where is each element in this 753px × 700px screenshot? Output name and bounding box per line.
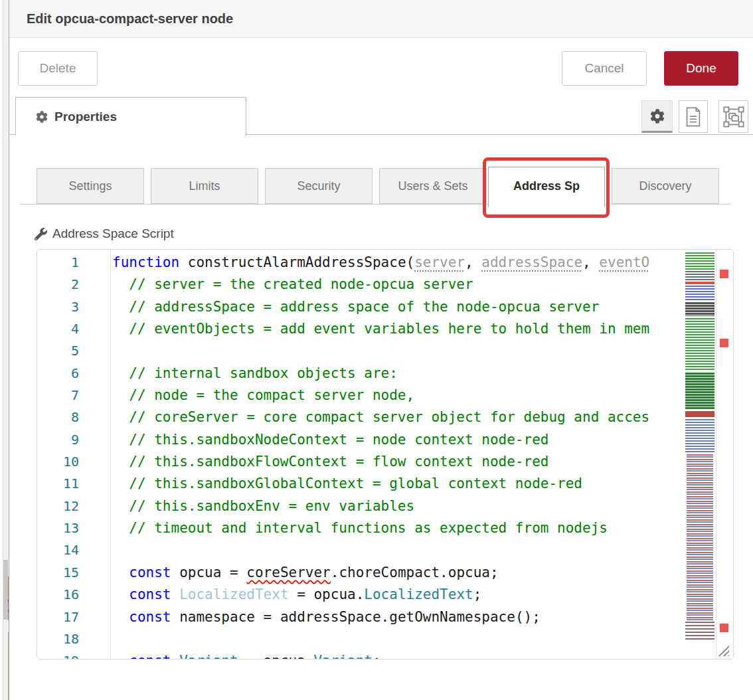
line-number[interactable]: 2	[37, 274, 110, 296]
node-description-button[interactable]	[679, 100, 708, 133]
cancel-button[interactable]: Cancel	[562, 51, 647, 86]
code-line[interactable]: // timeout and interval functions as exp…	[112, 517, 684, 539]
line-number[interactable]: 12	[37, 495, 110, 517]
code-line[interactable]: // eventObjects = add event variables he…	[112, 318, 684, 340]
code-token: = opcua.	[289, 586, 365, 602]
code-token: opcua =	[171, 565, 247, 580]
code-token: Variant	[313, 653, 373, 659]
code-token: coreServer	[246, 565, 330, 580]
code-token: // this.sandboxNodeContext = node contex…	[112, 432, 548, 448]
tab-security[interactable]: Security	[265, 168, 373, 204]
code-token: ,	[465, 254, 481, 270]
code-line[interactable]: // server = the created node-opcua serve…	[112, 274, 684, 296]
code-token: namespace = addressSpace.getOwnNamespace…	[171, 609, 541, 625]
code-token: // addressSpace = address space of the n…	[112, 299, 599, 315]
error-marker	[720, 270, 728, 278]
code-line[interactable]: // this.sandboxGlobalContext = global co…	[112, 473, 684, 495]
code-token: Variant	[171, 653, 238, 659]
gear-icon	[36, 111, 48, 123]
tab-address-space[interactable]: Address Sp	[488, 167, 605, 207]
line-number[interactable]: 15	[37, 562, 110, 584]
edit-node-dialog: Edit opcua-compact-server node Delete Ca…	[9, 0, 753, 700]
code-token: .choreCompact.opcua;	[331, 565, 499, 580]
wrench-icon	[35, 228, 47, 240]
code-token: ;	[373, 653, 381, 659]
code-line[interactable]: const Variant = opcua.Variant;	[112, 650, 684, 659]
code-token: addressSpace	[481, 254, 582, 270]
code-line[interactable]: // internal sandbox objects are:	[112, 363, 684, 385]
tab-discovery[interactable]: Discovery	[612, 168, 719, 204]
line-number[interactable]: 6	[37, 363, 110, 385]
line-number[interactable]: 7	[37, 385, 110, 406]
code-line[interactable]: // coreServer = core compact server obje…	[112, 406, 684, 428]
editor-gutter: 12345678910111213141516171819	[37, 250, 110, 659]
dialog-toolbar: Delete Cancel Done	[9, 39, 753, 97]
document-icon	[685, 107, 701, 127]
line-number[interactable]: 14	[37, 539, 110, 561]
tab-settings[interactable]: Settings	[37, 168, 144, 204]
tab-properties[interactable]: Properties	[15, 97, 246, 135]
appearance-icon	[723, 106, 744, 128]
code-token: // this.sandboxFlowContext = flow contex…	[112, 454, 548, 470]
code-token: eventO	[599, 254, 649, 270]
dialog-header: Edit opcua-compact-server node	[9, 0, 753, 38]
code-line[interactable]: // this.sandboxNodeContext = node contex…	[112, 429, 684, 451]
line-number[interactable]: 9	[37, 429, 110, 451]
section-label: Address Space Script	[52, 226, 174, 241]
line-number[interactable]: 4	[37, 318, 110, 340]
code-editor[interactable]: 12345678910111213141516171819 function c…	[37, 249, 734, 659]
code-line[interactable]: const namespace = addressSpace.getOwnNam…	[112, 606, 684, 628]
gear-icon	[650, 109, 665, 124]
code-token: // server = the created node-opcua serve…	[112, 276, 473, 292]
properties-tab-label: Properties	[54, 110, 117, 124]
line-number[interactable]: 19	[37, 650, 110, 659]
code-token: // this.sandboxGlobalContext = global co…	[112, 476, 582, 491]
node-properties-button[interactable]	[641, 100, 673, 133]
code-line[interactable]	[112, 539, 684, 561]
line-number[interactable]: 8	[37, 406, 110, 428]
line-number[interactable]: 18	[37, 628, 110, 650]
code-token: // node = the compact server node,	[112, 387, 414, 403]
line-number[interactable]: 17	[37, 606, 110, 628]
code-token: const	[112, 586, 171, 602]
properties-row: Properties	[9, 97, 753, 135]
code-token: const	[112, 609, 171, 625]
gutter-separator	[110, 250, 111, 659]
overview-ruler	[716, 250, 734, 659]
error-marker	[720, 339, 728, 347]
code-line[interactable]	[112, 340, 684, 362]
code-line[interactable]: // this.sandboxEnv = env variables	[112, 495, 684, 517]
editor-code-area[interactable]: function constructAlarmAddressSpace(serv…	[112, 250, 684, 659]
line-number[interactable]: 5	[37, 340, 110, 362]
line-number[interactable]: 11	[37, 473, 110, 495]
tab-users-sets[interactable]: Users & Sets	[379, 168, 487, 204]
error-marker	[720, 624, 728, 632]
delete-button[interactable]: Delete	[18, 51, 98, 86]
code-token: // this.sandboxEnv = env variables	[112, 498, 414, 514]
line-number[interactable]: 16	[37, 584, 110, 606]
code-line[interactable]: // node = the compact server node,	[112, 385, 684, 406]
editor-minimap[interactable]	[684, 251, 716, 657]
tab-limits[interactable]: Limits	[151, 168, 258, 204]
line-number[interactable]: 13	[37, 517, 110, 539]
code-line[interactable]	[112, 628, 684, 650]
code-token: // eventObjects = add event variables he…	[112, 321, 649, 337]
code-line[interactable]: const opcua = coreServer.choreCompact.op…	[112, 562, 684, 584]
code-token: ,	[582, 254, 599, 270]
code-token: // timeout and interval functions as exp…	[112, 520, 608, 536]
code-token: const	[112, 653, 171, 659]
code-token: ;	[473, 586, 482, 602]
done-button[interactable]: Done	[664, 51, 738, 86]
line-number[interactable]: 10	[37, 451, 110, 473]
code-line[interactable]: function constructAlarmAddressSpace(serv…	[112, 252, 684, 274]
workspace-scrollbar-thumb[interactable]	[3, 560, 8, 620]
line-number[interactable]: 1	[37, 252, 110, 274]
line-number[interactable]: 3	[37, 296, 110, 318]
code-line[interactable]: // this.sandboxFlowContext = flow contex…	[112, 451, 684, 473]
code-token: // internal sandbox objects are:	[112, 365, 398, 381]
code-line[interactable]: const LocalizedText = opcua.LocalizedTex…	[112, 584, 684, 606]
code-line[interactable]: // addressSpace = address space of the n…	[112, 296, 684, 318]
form-tabs: Settings Limits Security Users & Sets Ad…	[9, 167, 753, 208]
code-token: constructAlarmAddressSpace(	[179, 254, 414, 270]
node-appearance-button[interactable]	[718, 100, 748, 133]
